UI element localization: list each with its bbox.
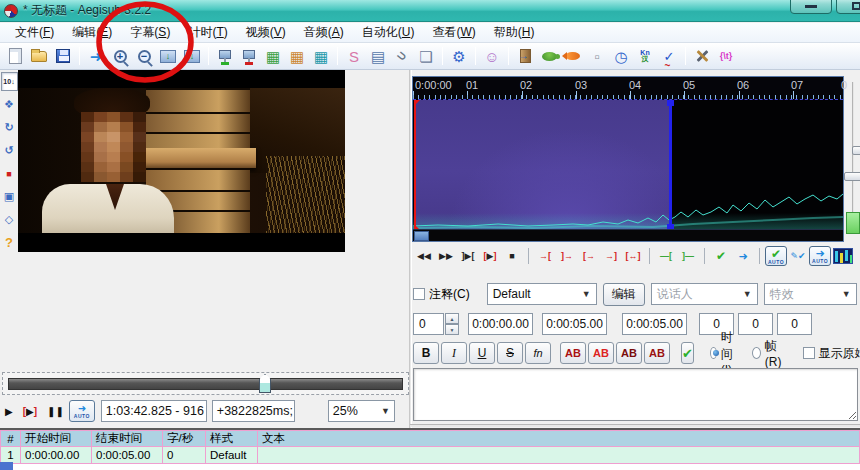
audio-prev-button[interactable]: ◀◀ [413, 246, 435, 266]
menu-automation[interactable]: 自动化(U) [353, 22, 424, 43]
menu-edit[interactable]: 编辑(E) [63, 22, 121, 43]
standard-tool-icon[interactable]: 10↓ [1, 72, 18, 91]
options-icon[interactable] [691, 45, 713, 67]
link-sliders-button[interactable] [846, 212, 860, 234]
play-from-start-button[interactable]: —[ [655, 246, 677, 266]
primary-color-button[interactable]: AB [560, 342, 586, 364]
video-ms-display[interactable]: +3822825ms; +38 [212, 400, 295, 422]
play-selection-button[interactable]: ]▶[ [457, 246, 479, 266]
subtitle-text-input[interactable] [413, 368, 858, 421]
video-play-button[interactable]: ▶ [5, 406, 13, 417]
stop-button[interactable]: ■ [501, 246, 523, 266]
grid-cell[interactable]: 0:00:05.00 [92, 447, 163, 464]
snap-to-scene-icon[interactable]: ▦ [262, 45, 284, 67]
shadow-color-button[interactable]: AB [644, 342, 670, 364]
menu-timing[interactable]: 计时(T) [179, 22, 236, 43]
sort-lines-icon[interactable]: ▦ [310, 45, 332, 67]
comment-checkbox[interactable] [413, 288, 425, 300]
video-time-display[interactable]: 1:03:42.825 - 916 [101, 400, 207, 422]
edit-style-button[interactable]: 编辑 [603, 283, 645, 306]
menu-help[interactable]: 帮助(H) [485, 22, 544, 43]
turtle-icon[interactable] [538, 45, 560, 67]
play-first-500ms-button[interactable]: [→ [578, 246, 600, 266]
play-to-selection-end-button[interactable]: ]— [677, 246, 699, 266]
jump-to-icon[interactable]: ➜ [85, 45, 107, 67]
video-auto-seek-toggle[interactable]: ➜ AUTO [69, 400, 95, 422]
grid-header-cell[interactable]: 文本 [258, 431, 860, 447]
grid-cell[interactable]: 0:00:00.00 [21, 447, 92, 464]
menu-audio[interactable]: 音频(A) [295, 22, 353, 43]
play-current-line-button[interactable]: [▶] [479, 246, 501, 266]
go-to-selection-button[interactable]: ➜ [732, 246, 754, 266]
video-seek-bar[interactable] [2, 372, 409, 395]
grid-header-cell[interactable]: 开始时间 [21, 431, 92, 447]
clip-tool-icon[interactable]: ▣ [1, 187, 18, 206]
commit-changes-button[interactable]: ✔ [710, 246, 732, 266]
new-file-icon[interactable] [4, 45, 26, 67]
audio-scrollbar[interactable] [413, 229, 843, 241]
selection-end-marker[interactable] [669, 100, 672, 229]
spectrum-mode-toggle[interactable] [831, 246, 855, 266]
open-file-icon[interactable] [28, 45, 50, 67]
frame-mode-radio[interactable]: 帧(R) [752, 338, 785, 369]
end-time-input[interactable]: 0:00:05.00 [542, 313, 607, 335]
style-select[interactable]: Default▼ [487, 283, 597, 305]
video-jump-end-icon[interactable]: ↓ [181, 45, 203, 67]
auto-commit-toggle[interactable]: ✔AUTO [765, 246, 787, 266]
kanji-timer-icon[interactable]: ☺ [481, 45, 503, 67]
start-time-input[interactable]: 0:00:00.00 [468, 313, 533, 335]
audio-display[interactable]: 0:00:00010203040506070 [412, 76, 844, 242]
font-button[interactable]: fn [525, 342, 551, 364]
timing-processor-icon[interactable]: ◷ [610, 45, 632, 67]
italic-button[interactable]: I [441, 342, 467, 364]
grid-cell[interactable] [258, 447, 860, 464]
attachments-icon[interactable]: ⊃ [391, 45, 413, 67]
horizontal-zoom-thumb[interactable] [844, 172, 860, 181]
styles-manager-icon[interactable]: S [343, 45, 365, 67]
zoom-in-icon[interactable]: + [109, 45, 131, 67]
grid-cell[interactable]: Default [206, 447, 258, 464]
styling-tag-icon[interactable]: {\t} [715, 45, 737, 67]
grid-header-cell[interactable]: 结束时间 [92, 431, 163, 447]
fish-icon[interactable] [562, 45, 584, 67]
auto-next-toggle[interactable]: ✎✔ [787, 246, 809, 266]
properties-icon[interactable]: ▤ [367, 45, 389, 67]
maximize-button[interactable] [836, 0, 860, 14]
menu-view[interactable]: 查看(W) [423, 22, 484, 43]
menu-video[interactable]: 视频(V) [237, 22, 295, 43]
seek-thumb[interactable] [259, 374, 271, 393]
rotate-z-tool-icon[interactable]: ↻ [1, 118, 18, 137]
audio-next-button[interactable]: ▶▶ [435, 246, 457, 266]
audio-scrollbar-thumb[interactable] [414, 231, 429, 241]
vertical-zoom-thumb[interactable] [852, 146, 860, 155]
seek-track[interactable] [8, 378, 403, 390]
audio-timeline[interactable]: 0:00:00010203040506070 [413, 77, 843, 99]
play-500ms-before-button[interactable]: →[ [534, 246, 556, 266]
play-to-end-button[interactable]: [↔] [622, 246, 644, 266]
selection-start-marker[interactable] [414, 100, 416, 229]
help-icon[interactable]: ? [1, 233, 18, 252]
shift-to-frame-icon[interactable]: ▦ [286, 45, 308, 67]
zoom-out-icon[interactable]: − [133, 45, 155, 67]
auto-scroll-toggle[interactable]: ➜AUTO [809, 246, 831, 266]
save-icon[interactable] [52, 45, 74, 67]
video-zoom-select[interactable]: 25% ▼ [328, 400, 395, 422]
menu-subtitle[interactable]: 字幕(S) [121, 22, 179, 43]
outline-color-button[interactable]: AB [616, 342, 642, 364]
show-original-checkbox[interactable]: 显示原始 [803, 345, 860, 362]
play-last-500ms-button[interactable]: →] [600, 246, 622, 266]
grid-cell[interactable]: 1 [1, 447, 21, 464]
grid-header-cell[interactable]: 字/秒 [163, 431, 206, 447]
duration-input[interactable]: 0:00:05.00 [622, 313, 687, 335]
layer-spinner[interactable]: ▲▼ [445, 313, 459, 335]
video-preview[interactable] [18, 70, 345, 252]
effect-select[interactable]: 特效▼ [764, 283, 857, 305]
drag-tool-icon[interactable]: ❖ [1, 95, 18, 114]
secondary-color-button[interactable]: AB [588, 342, 614, 364]
vector-clip-tool-icon[interactable]: ◇ [1, 210, 18, 229]
shift-times-icon[interactable]: ❏ [415, 45, 437, 67]
menu-file[interactable]: 文件(F) [6, 22, 63, 43]
snap-start-to-video-icon[interactable] [214, 45, 236, 67]
play-500ms-after-button[interactable]: ]→ [556, 246, 578, 266]
resolution-resampler-icon[interactable] [514, 45, 536, 67]
